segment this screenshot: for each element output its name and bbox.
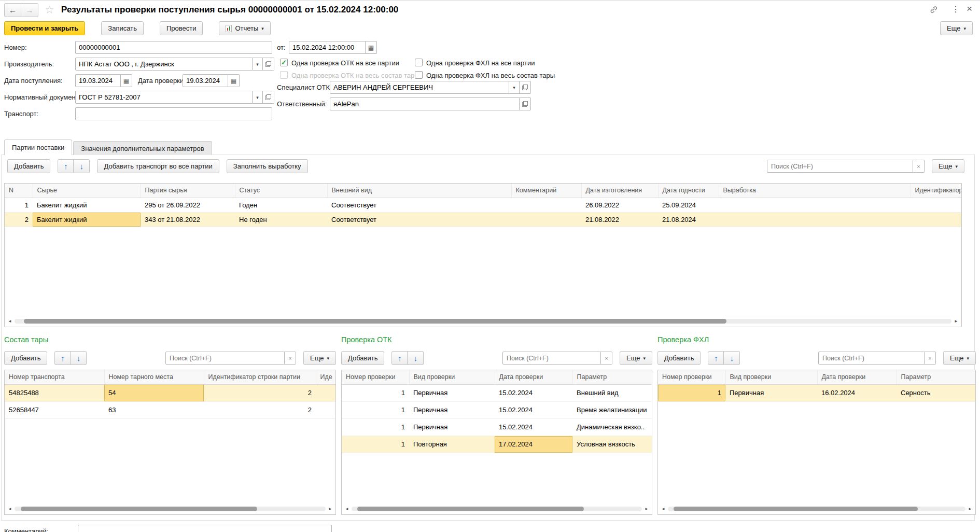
clear-search-icon[interactable]: × <box>285 352 296 365</box>
scroll-right-icon[interactable]: ► <box>328 507 332 511</box>
cell-selected[interactable]: Бакелит жидкий <box>33 212 141 227</box>
dropdown-icon[interactable]: ▾ <box>253 58 263 71</box>
table-row[interactable]: 52658447 63 2 <box>5 401 335 418</box>
add-transport-all-button[interactable]: Добавить транспорт во все партии <box>97 159 219 173</box>
cell[interactable]: 26.09.2022 <box>581 198 658 212</box>
scroll-left-icon[interactable]: ◄ <box>8 319 12 324</box>
normative-doc-field[interactable] <box>75 91 253 104</box>
move-up-icon[interactable]: ↑ <box>54 351 71 365</box>
scroll-right-icon[interactable]: ► <box>645 507 649 511</box>
table-row[interactable]: 1 Первичная 15.02.2024 Внешний вид <box>342 384 652 401</box>
cell[interactable]: Первичная <box>725 384 817 401</box>
move-down-icon[interactable]: ↓ <box>724 351 740 365</box>
cell[interactable]: 21.08.2024 <box>658 212 719 227</box>
scroll-left-icon[interactable]: ◄ <box>661 507 665 511</box>
col-truncated[interactable]: Иде <box>316 370 335 384</box>
move-down-icon[interactable]: ↓ <box>408 351 424 365</box>
move-down-icon[interactable]: ↓ <box>71 351 87 365</box>
col-batch[interactable]: Партия сырья <box>141 184 235 198</box>
cell[interactable]: 52658447 <box>5 401 104 418</box>
cell[interactable]: 1 <box>5 198 33 212</box>
fill-output-button[interactable]: Заполнить выработку <box>227 159 308 173</box>
cell[interactable] <box>511 212 581 227</box>
cell[interactable]: 2 <box>204 384 316 401</box>
col-check-number[interactable]: Номер проверки <box>658 370 725 384</box>
tare-more-button[interactable]: Еще ▾ <box>303 351 336 365</box>
col-identifier[interactable]: Идентификатор с <box>911 184 961 198</box>
back-button[interactable]: ← <box>4 3 21 17</box>
col-mfg-date[interactable]: Дата изготовления <box>581 184 658 198</box>
scrollbar-thumb[interactable] <box>357 507 584 511</box>
col-appearance[interactable]: Внешний вид <box>327 184 511 198</box>
cell[interactable]: Не годен <box>235 212 327 227</box>
cell-selected[interactable]: 54 <box>104 384 204 401</box>
col-check-date[interactable]: Дата проверки <box>817 370 897 384</box>
cell[interactable]: 15.02.2024 <box>495 384 572 401</box>
cell[interactable]: Первичная <box>409 401 495 418</box>
comment-field[interactable] <box>78 525 332 532</box>
checkbox-fhl-all-tare[interactable] <box>415 71 423 79</box>
open-item-icon[interactable] <box>520 97 531 110</box>
cell[interactable]: 25.09.2024 <box>658 198 719 212</box>
horizontal-scrollbar[interactable]: ◄ ► <box>8 506 332 512</box>
tare-add-button[interactable]: Добавить <box>4 351 47 365</box>
col-exp-date[interactable]: Дата годности <box>658 184 719 198</box>
table-row-selected[interactable]: 1 Повторная 17.02.2024 Условная вязкость <box>342 436 652 453</box>
cell[interactable]: Бакелит жидкий <box>33 198 141 212</box>
col-check-type[interactable]: Вид проверки <box>725 370 817 384</box>
fhl-more-button[interactable]: Еще ▾ <box>943 351 976 365</box>
scrollbar-track[interactable] <box>668 507 965 511</box>
scrollbar-thumb[interactable] <box>24 319 726 324</box>
cell[interactable]: 1 <box>342 401 409 418</box>
calendar-icon[interactable]: ▦ <box>121 74 132 87</box>
scroll-right-icon[interactable]: ► <box>968 507 972 511</box>
move-down-icon[interactable]: ↓ <box>74 159 90 173</box>
cell[interactable]: 2 <box>204 401 316 418</box>
cell[interactable]: 15.02.2024 <box>495 418 572 436</box>
cell[interactable]: Условная вязкость <box>572 436 652 453</box>
batches-more-button[interactable]: Еще ▾ <box>932 159 964 173</box>
move-up-icon[interactable]: ↑ <box>708 351 724 365</box>
document-date-field[interactable] <box>289 41 366 54</box>
otk-specialist-field[interactable] <box>330 81 509 94</box>
otk-more-button[interactable]: Еще ▾ <box>620 351 652 365</box>
checkbox-fhl-all-tare-label[interactable]: Одна проверка ФХЛ на весь состав тары <box>426 72 555 79</box>
responsible-field[interactable] <box>330 97 520 110</box>
cell[interactable]: Годен <box>235 198 327 212</box>
open-item-icon[interactable] <box>520 81 531 94</box>
check-date-field[interactable] <box>183 74 228 87</box>
close-icon[interactable]: × <box>967 3 972 15</box>
cell-selected[interactable]: 1 <box>658 384 725 401</box>
cell[interactable]: Внешний вид <box>572 384 652 401</box>
cell[interactable]: 295 от 26.09.2022 <box>141 198 235 212</box>
cell[interactable]: Время желатинизации <box>572 401 652 418</box>
table-row-selected[interactable]: 2 Бакелит жидкий 343 от 21.08.2022 Не го… <box>5 212 961 227</box>
dropdown-icon[interactable]: ▾ <box>253 91 263 104</box>
scroll-left-icon[interactable]: ◄ <box>345 507 349 511</box>
receipt-date-field[interactable] <box>75 74 121 87</box>
cell[interactable]: 1 <box>342 384 409 401</box>
otk-add-button[interactable]: Добавить <box>341 351 384 365</box>
cell[interactable]: 343 от 21.08.2022 <box>141 212 235 227</box>
tare-search-input[interactable] <box>165 352 285 365</box>
col-comment[interactable]: Комментарий <box>511 184 581 198</box>
checkbox-otk-all-batches[interactable]: ✓ <box>280 59 288 66</box>
post-button[interactable]: Провести <box>160 21 203 35</box>
checkbox-fhl-all-batches[interactable] <box>415 59 423 66</box>
col-check-number[interactable]: Номер проверки <box>342 370 409 384</box>
cell[interactable] <box>316 384 335 401</box>
get-link-icon[interactable] <box>929 5 938 16</box>
checkbox-otk-all-batches-label[interactable]: Одна проверка ОТК на все партии <box>291 59 399 67</box>
open-item-icon[interactable] <box>263 91 274 104</box>
window-menu-icon[interactable]: ⋮ <box>951 4 960 14</box>
col-parameter[interactable]: Параметр <box>897 370 975 384</box>
open-item-icon[interactable] <box>263 58 274 71</box>
cell[interactable]: 16.02.2024 <box>817 384 897 401</box>
fhl-search-input[interactable] <box>818 352 925 365</box>
col-check-type[interactable]: Вид проверки <box>409 370 495 384</box>
form-more-button[interactable]: Еще ▾ <box>940 21 973 35</box>
clear-search-icon[interactable]: × <box>913 160 925 173</box>
cell[interactable]: 1 <box>342 436 409 453</box>
cell[interactable] <box>511 198 581 212</box>
scrollbar-track[interactable] <box>15 319 951 324</box>
